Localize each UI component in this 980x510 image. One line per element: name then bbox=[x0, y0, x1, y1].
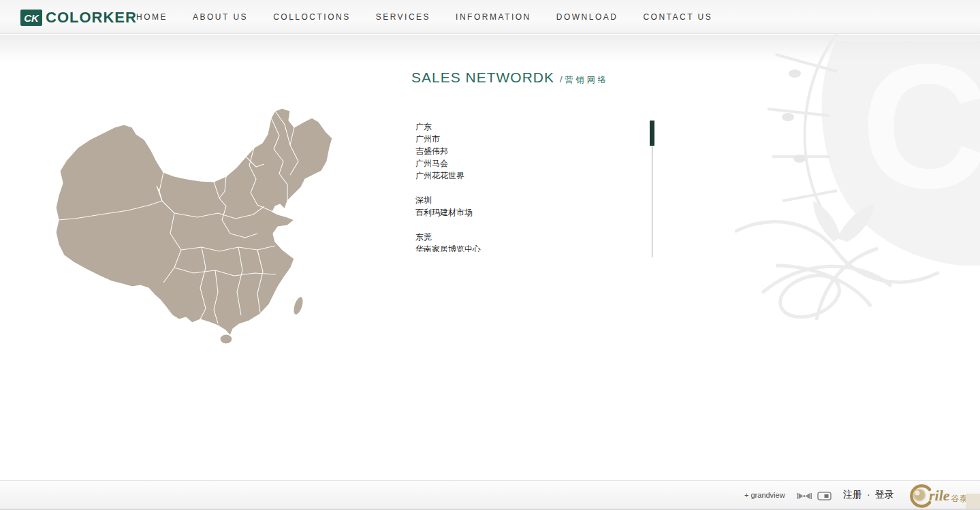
gtile-logo[interactable]: rile 谷泰 bbox=[907, 483, 968, 509]
list-item-city[interactable]: 深圳 bbox=[415, 194, 640, 206]
ck-logo-icon: CK bbox=[20, 10, 42, 26]
nav-item-services[interactable]: SERVICES bbox=[376, 12, 430, 22]
watermark-letter-c: C bbox=[861, 34, 980, 225]
header-shadow bbox=[0, 35, 980, 62]
login-link[interactable]: 登录 bbox=[875, 489, 894, 501]
list-spacer bbox=[415, 219, 640, 231]
register-link[interactable]: 注册 bbox=[843, 489, 862, 501]
list-item-store[interactable]: 广州马会 bbox=[415, 157, 640, 170]
brand-logo[interactable]: CK COLORKER bbox=[20, 9, 137, 27]
watermark-shield bbox=[822, 41, 980, 266]
sales-network-list[interactable]: 广东 广州市 吉盛伟邦 广州马会 广州花花世界 深圳 百利玛建材市场 东莞 华南… bbox=[415, 121, 640, 252]
watermark-letter-k: K bbox=[970, 34, 980, 225]
nav-item-information[interactable]: INFORMATION bbox=[456, 12, 531, 22]
page-title: SALES NETWORDK / 营销网络 bbox=[411, 69, 609, 86]
page-title-en: SALES NETWORDK bbox=[411, 69, 554, 86]
top-nav-bar: CK COLORKER HOME ABOUT US COLLOCTIONS SE… bbox=[0, 0, 980, 34]
nav-item-about-us[interactable]: ABOUT US bbox=[193, 12, 248, 22]
grandview-link[interactable]: + grandview bbox=[744, 491, 785, 499]
nav-item-download[interactable]: DOWNLOAD bbox=[556, 12, 618, 22]
nav-item-contact-us[interactable]: CONTACT US bbox=[643, 12, 712, 22]
card-icon[interactable] bbox=[817, 492, 832, 500]
main-nav: HOME ABOUT US COLLOCTIONS SERVICES INFOR… bbox=[136, 0, 712, 34]
brand-name: COLORKER bbox=[46, 9, 137, 27]
list-item-province[interactable]: 广东 bbox=[415, 121, 640, 133]
footer-bar: + grandview 注册 · 登录 rile 谷泰 bbox=[0, 480, 980, 510]
auth-links: 注册 · 登录 bbox=[843, 489, 894, 501]
watermark-flourish-graphic: C K bbox=[735, 34, 980, 320]
nav-item-collections[interactable]: COLLOCTIONS bbox=[273, 12, 351, 22]
china-map[interactable] bbox=[48, 104, 334, 344]
list-item-city[interactable]: 东莞 bbox=[415, 231, 640, 243]
taiwan-island-shape[interactable] bbox=[291, 296, 305, 316]
watermark-leaves bbox=[813, 201, 874, 242]
list-item-store[interactable]: 广州花花世界 bbox=[415, 170, 640, 182]
gtile-logo-zh: 谷泰 bbox=[951, 493, 968, 505]
auth-separator: · bbox=[867, 489, 870, 501]
page-title-zh: 营销网络 bbox=[565, 74, 609, 86]
list-spacer bbox=[415, 182, 640, 194]
watermark-dots bbox=[782, 69, 806, 163]
corner-block bbox=[966, 494, 980, 509]
gtile-logo-text: rile bbox=[929, 487, 950, 505]
watermark-swirls bbox=[735, 222, 939, 320]
list-item-store-clipped[interactable]: 华南家居博览中心 bbox=[415, 243, 640, 252]
list-item-store[interactable]: 吉盛伟邦 bbox=[415, 145, 640, 157]
list-item-store[interactable]: 百利玛建材市场 bbox=[415, 206, 640, 219]
background-watermark: C K bbox=[735, 34, 980, 320]
video-icon[interactable] bbox=[797, 492, 812, 500]
list-scrollbar[interactable] bbox=[649, 121, 656, 257]
page-title-separator: / bbox=[560, 74, 563, 84]
scrollbar-thumb[interactable] bbox=[650, 121, 654, 146]
hainan-island-shape[interactable] bbox=[220, 334, 232, 344]
nav-item-home[interactable]: HOME bbox=[136, 12, 168, 22]
list-item-city[interactable]: 广州市 bbox=[415, 133, 640, 145]
